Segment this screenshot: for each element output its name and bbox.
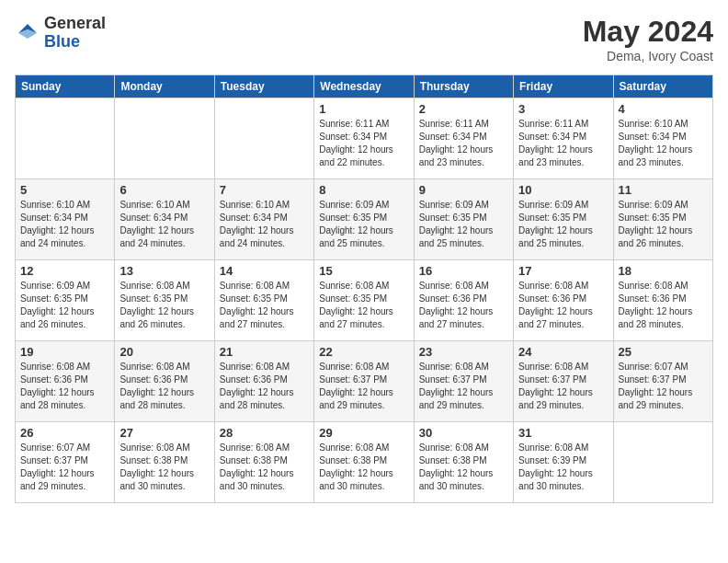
day-detail: Sunrise: 6:08 AMSunset: 6:38 PMDaylight:… <box>119 442 209 493</box>
calendar-cell: 26Sunrise: 6:07 AMSunset: 6:37 PMDayligh… <box>16 422 115 503</box>
day-detail: Sunrise: 6:11 AMSunset: 6:34 PMDaylight:… <box>419 118 508 169</box>
day-number: 30 <box>419 426 508 440</box>
calendar-cell: 22Sunrise: 6:08 AMSunset: 6:37 PMDayligh… <box>314 341 414 422</box>
day-detail: Sunrise: 6:11 AMSunset: 6:34 PMDaylight:… <box>319 118 408 169</box>
calendar-week-5: 26Sunrise: 6:07 AMSunset: 6:37 PMDayligh… <box>16 422 713 503</box>
day-number: 26 <box>20 426 109 440</box>
day-number: 10 <box>518 183 608 197</box>
day-detail: Sunrise: 6:07 AMSunset: 6:37 PMDaylight:… <box>619 361 708 412</box>
day-detail: Sunrise: 6:08 AMSunset: 6:37 PMDaylight:… <box>518 361 608 412</box>
calendar-cell: 15Sunrise: 6:08 AMSunset: 6:35 PMDayligh… <box>314 260 414 341</box>
calendar-title: May 2024 <box>583 15 713 49</box>
day-detail: Sunrise: 6:08 AMSunset: 6:35 PMDaylight:… <box>319 280 408 331</box>
day-detail: Sunrise: 6:08 AMSunset: 6:36 PMDaylight:… <box>220 361 309 412</box>
day-number: 5 <box>20 183 109 197</box>
calendar-table: SundayMondayTuesdayWednesdayThursdayFrid… <box>15 75 713 503</box>
weekday-header-row: SundayMondayTuesdayWednesdayThursdayFrid… <box>16 75 713 98</box>
day-number: 21 <box>220 345 309 359</box>
calendar-cell: 9Sunrise: 6:09 AMSunset: 6:35 PMDaylight… <box>414 179 513 260</box>
calendar-cell: 27Sunrise: 6:08 AMSunset: 6:38 PMDayligh… <box>115 422 214 503</box>
day-detail: Sunrise: 6:08 AMSunset: 6:35 PMDaylight:… <box>119 280 209 331</box>
day-number: 11 <box>619 183 708 197</box>
weekday-header-tuesday: Tuesday <box>214 75 313 98</box>
day-detail: Sunrise: 6:08 AMSunset: 6:38 PMDaylight:… <box>419 442 508 493</box>
calendar-cell: 14Sunrise: 6:08 AMSunset: 6:35 PMDayligh… <box>214 260 313 341</box>
calendar-cell <box>613 422 712 503</box>
calendar-cell: 2Sunrise: 6:11 AMSunset: 6:34 PMDaylight… <box>414 98 513 179</box>
day-number: 12 <box>20 264 109 278</box>
day-detail: Sunrise: 6:08 AMSunset: 6:36 PMDaylight:… <box>419 280 508 331</box>
day-number: 13 <box>119 264 209 278</box>
calendar-cell: 29Sunrise: 6:08 AMSunset: 6:38 PMDayligh… <box>314 422 414 503</box>
day-number: 14 <box>220 264 309 278</box>
day-number: 3 <box>518 102 608 116</box>
day-detail: Sunrise: 6:09 AMSunset: 6:35 PMDaylight:… <box>20 280 109 331</box>
day-number: 19 <box>20 345 109 359</box>
day-number: 1 <box>319 102 408 116</box>
calendar-cell: 1Sunrise: 6:11 AMSunset: 6:34 PMDaylight… <box>314 98 414 179</box>
calendar-cell: 5Sunrise: 6:10 AMSunset: 6:34 PMDaylight… <box>16 179 115 260</box>
day-number: 24 <box>518 345 608 359</box>
calendar-week-3: 12Sunrise: 6:09 AMSunset: 6:35 PMDayligh… <box>16 260 713 341</box>
day-detail: Sunrise: 6:08 AMSunset: 6:38 PMDaylight:… <box>319 442 408 493</box>
day-detail: Sunrise: 6:09 AMSunset: 6:35 PMDaylight:… <box>518 199 608 250</box>
weekday-header-wednesday: Wednesday <box>314 75 414 98</box>
day-detail: Sunrise: 6:11 AMSunset: 6:34 PMDaylight:… <box>518 118 608 169</box>
day-number: 6 <box>119 183 209 197</box>
calendar-cell <box>214 98 313 179</box>
day-detail: Sunrise: 6:08 AMSunset: 6:36 PMDaylight:… <box>518 280 608 331</box>
day-detail: Sunrise: 6:08 AMSunset: 6:38 PMDaylight:… <box>220 442 309 493</box>
day-detail: Sunrise: 6:08 AMSunset: 6:37 PMDaylight:… <box>419 361 508 412</box>
day-number: 22 <box>319 345 408 359</box>
day-detail: Sunrise: 6:08 AMSunset: 6:35 PMDaylight:… <box>220 280 309 331</box>
calendar-cell: 18Sunrise: 6:08 AMSunset: 6:36 PMDayligh… <box>613 260 712 341</box>
weekday-header-friday: Friday <box>514 75 613 98</box>
calendar-week-4: 19Sunrise: 6:08 AMSunset: 6:36 PMDayligh… <box>16 341 713 422</box>
calendar-cell: 12Sunrise: 6:09 AMSunset: 6:35 PMDayligh… <box>16 260 115 341</box>
day-number: 8 <box>319 183 408 197</box>
day-detail: Sunrise: 6:09 AMSunset: 6:35 PMDaylight:… <box>619 199 708 250</box>
logo-icon <box>15 20 40 46</box>
calendar-week-2: 5Sunrise: 6:10 AMSunset: 6:34 PMDaylight… <box>16 179 713 260</box>
logo-blue: Blue <box>44 32 80 51</box>
calendar-cell: 7Sunrise: 6:10 AMSunset: 6:34 PMDaylight… <box>214 179 313 260</box>
day-number: 25 <box>619 345 708 359</box>
day-number: 27 <box>119 426 209 440</box>
day-detail: Sunrise: 6:08 AMSunset: 6:39 PMDaylight:… <box>518 442 608 493</box>
calendar-cell: 6Sunrise: 6:10 AMSunset: 6:34 PMDaylight… <box>115 179 214 260</box>
calendar-header: SundayMondayTuesdayWednesdayThursdayFrid… <box>16 75 713 98</box>
day-number: 7 <box>220 183 309 197</box>
day-number: 16 <box>419 264 508 278</box>
calendar-title-block: May 2024 Dema, Ivory Coast <box>583 15 713 63</box>
calendar-cell: 28Sunrise: 6:08 AMSunset: 6:38 PMDayligh… <box>214 422 313 503</box>
day-detail: Sunrise: 6:08 AMSunset: 6:36 PMDaylight:… <box>119 361 209 412</box>
day-number: 2 <box>419 102 508 116</box>
day-detail: Sunrise: 6:09 AMSunset: 6:35 PMDaylight:… <box>319 199 408 250</box>
day-number: 20 <box>119 345 209 359</box>
day-detail: Sunrise: 6:10 AMSunset: 6:34 PMDaylight:… <box>20 199 109 250</box>
calendar-cell: 16Sunrise: 6:08 AMSunset: 6:36 PMDayligh… <box>414 260 513 341</box>
calendar-cell: 3Sunrise: 6:11 AMSunset: 6:34 PMDaylight… <box>514 98 613 179</box>
calendar-cell: 25Sunrise: 6:07 AMSunset: 6:37 PMDayligh… <box>613 341 712 422</box>
day-number: 18 <box>619 264 708 278</box>
day-number: 23 <box>419 345 508 359</box>
weekday-header-sunday: Sunday <box>16 75 115 98</box>
weekday-header-monday: Monday <box>115 75 214 98</box>
calendar-cell: 17Sunrise: 6:08 AMSunset: 6:36 PMDayligh… <box>514 260 613 341</box>
day-number: 4 <box>619 102 708 116</box>
day-number: 31 <box>518 426 608 440</box>
weekday-header-thursday: Thursday <box>414 75 513 98</box>
logo-text: General Blue <box>44 15 106 52</box>
day-detail: Sunrise: 6:07 AMSunset: 6:37 PMDaylight:… <box>20 442 109 493</box>
calendar-cell: 11Sunrise: 6:09 AMSunset: 6:35 PMDayligh… <box>613 179 712 260</box>
calendar-cell: 4Sunrise: 6:10 AMSunset: 6:34 PMDaylight… <box>613 98 712 179</box>
weekday-header-saturday: Saturday <box>613 75 712 98</box>
calendar-cell: 8Sunrise: 6:09 AMSunset: 6:35 PMDaylight… <box>314 179 414 260</box>
day-detail: Sunrise: 6:10 AMSunset: 6:34 PMDaylight:… <box>119 199 209 250</box>
day-number: 9 <box>419 183 508 197</box>
calendar-cell: 19Sunrise: 6:08 AMSunset: 6:36 PMDayligh… <box>16 341 115 422</box>
calendar-cell: 20Sunrise: 6:08 AMSunset: 6:36 PMDayligh… <box>115 341 214 422</box>
calendar-cell: 10Sunrise: 6:09 AMSunset: 6:35 PMDayligh… <box>514 179 613 260</box>
calendar-subtitle: Dema, Ivory Coast <box>583 49 713 63</box>
page-header: General Blue May 2024 Dema, Ivory Coast <box>15 15 713 63</box>
